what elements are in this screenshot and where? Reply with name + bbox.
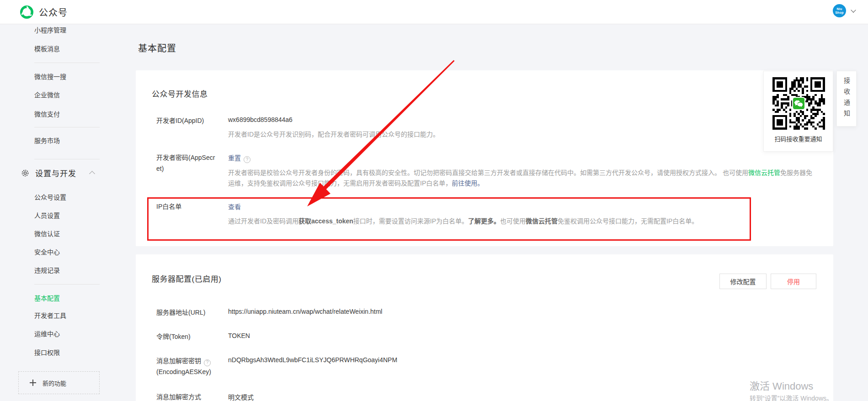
disable-button[interactable]: 停用 — [771, 274, 816, 289]
avatar-text-line2: Shop — [835, 11, 844, 15]
sidebar-item-staff-settings[interactable]: 人员设置 — [34, 211, 60, 220]
sidebar-item-account-settings[interactable]: 公众号设置 — [34, 193, 66, 202]
server-config-heading: 服务器配置(已启用) — [152, 273, 221, 284]
sidebar-divider — [34, 63, 100, 63]
app-body: 小程序管理 模板消息 微信搜一搜 企业微信 微信支付 服务市场 设置与开发 公众… — [0, 24, 868, 401]
receive-notify-label: 接收通知 — [842, 77, 851, 126]
aes-key-label-line2: (EncodingAESKey) — [156, 368, 211, 375]
account-menu[interactable]: Niu Shop — [833, 4, 855, 17]
sidebar-divider — [34, 127, 100, 127]
server-config-card: 服务器配置(已启用) 修改配置 停用 服务器地址(URL) https://un… — [136, 254, 833, 401]
aes-key-value: nDQRbgsAh3WtedL9wbFC1iLSYJQ6PRWHRqGoayi4… — [228, 356, 397, 364]
go-use-link[interactable]: 前往使用。 — [452, 179, 484, 187]
sidebar-item-service-market[interactable]: 服务市场 — [34, 136, 60, 145]
learn-more-link[interactable]: 了解更多。 — [468, 217, 500, 225]
sidebar-section-settings-dev[interactable]: 设置与开发 — [21, 167, 94, 179]
sidebar-item-wechat-verify[interactable]: 微信认证 — [34, 229, 60, 238]
encrypt-mode-value: 明文模式 — [228, 392, 254, 401]
appid-value: wx6899bcd8598844a6 — [228, 116, 293, 123]
appsecret-desc-line2: 运维，支持免鉴权调用公众号接口能力，无需启用开发者密码及配置IP白名单，前往使用… — [228, 178, 484, 187]
token-value: TOKEN — [228, 332, 250, 339]
qr-notify-panel: 扫码接收重要通知 — [763, 71, 833, 152]
receive-notify-tab[interactable]: 接收通知 — [836, 71, 857, 127]
server-url-value: https://uniapp.niuteam.cn/wap/wchat/rela… — [228, 308, 382, 315]
top-bar: 公众号 Niu Shop — [0, 0, 868, 24]
sidebar-item-template-msg[interactable]: 模板消息 — [34, 44, 60, 53]
qr-caption: 扫码接收重要通知 — [764, 134, 833, 143]
cloud-hosting-link2[interactable]: 微信云托管 — [526, 217, 558, 225]
appsecret-desc-text2: 免服务器免 — [780, 169, 812, 176]
server-url-label: 服务器地址(URL) — [156, 307, 225, 318]
wechat-bubble-icon — [792, 97, 805, 110]
brand[interactable]: 公众号 — [20, 5, 68, 19]
dev-info-card: 公众号开发信息 开发者ID(AppID) wx6899bcd8598844a6 … — [136, 70, 833, 246]
sidebar-item-miniprogram[interactable]: 小程序管理 — [34, 26, 66, 35]
chevron-up-icon — [89, 171, 95, 177]
modify-config-button[interactable]: 修改配置 — [719, 274, 767, 289]
new-feature-label: 新的功能 — [43, 379, 66, 387]
avatar-text-line1: Niu — [836, 7, 842, 11]
new-feature-button[interactable]: 新的功能 — [18, 371, 100, 394]
appsecret-desc-line1: 开发者密码是校验公众号开发者身份的密码，具有极高的安全性。切记勿把密码直接交给第… — [228, 168, 812, 177]
question-circle-icon[interactable]: ? — [204, 359, 211, 366]
sidebar-item-violation-record[interactable]: 违规记录 — [34, 266, 60, 275]
sidebar-item-api-permission[interactable]: 接口权限 — [34, 348, 60, 357]
appsecret-desc-text1: 开发者密码是校验公众号开发者身份的密码，具有极高的安全性。切记勿把密码直接交给第… — [228, 169, 748, 176]
dev-info-heading: 公众号开发信息 — [152, 88, 208, 99]
brand-name: 公众号 — [39, 5, 68, 19]
appid-label: 开发者ID(AppID) — [156, 115, 225, 126]
sidebar-divider — [34, 284, 100, 285]
qr-code — [772, 77, 825, 130]
ip-desc-text3: 也可使用 — [500, 217, 526, 225]
chevron-down-icon[interactable] — [851, 7, 856, 12]
sidebar-item-security-center[interactable]: 安全中心 — [34, 248, 60, 257]
page-title: 基本配置 — [138, 41, 176, 54]
appid-desc: 开发者ID是公众号开发识别码，配合开发者密码可调用公众号的接口能力。 — [228, 129, 439, 138]
ip-whitelist-label: IP白名单 — [156, 201, 181, 212]
appsecret-reset-link[interactable]: 重置 — [228, 154, 241, 162]
cloud-hosting-link[interactable]: 微信云托管 — [748, 169, 780, 176]
wechat-official-account-logo-icon — [20, 5, 33, 19]
question-circle-icon[interactable]: ? — [244, 156, 250, 163]
appsecret-desc-text3: 运维，支持免鉴权调用公众号接口能力，无需启用开发者密码及配置IP白名单， — [228, 179, 452, 187]
encrypt-mode-label: 消息加解密方式 — [156, 391, 225, 401]
gear-icon — [21, 169, 30, 178]
ip-whitelist-view-link[interactable]: 查看 — [228, 203, 241, 211]
ip-whitelist-desc: 通过开发者ID及密码调用获取access_token接口时，需要设置访问来源IP… — [228, 216, 698, 225]
ip-desc-text4: 免鉴权调用公众号接口能力，无需配置IP白名单。 — [558, 217, 698, 225]
ip-desc-text2: 接口时，需要设置访问来源IP为白名单。 — [353, 217, 468, 225]
plus-icon — [30, 380, 36, 386]
token-label: 令牌(Token) — [156, 331, 225, 342]
sidebar-divider — [34, 159, 100, 159]
sidebar-item-wechat-pay[interactable]: 微信支付 — [34, 110, 60, 119]
aes-key-label: 消息加解密密钥? (EncodingAESKey) — [156, 355, 229, 377]
avatar[interactable]: Niu Shop — [833, 4, 846, 17]
ip-desc-text1: 通过开发者ID及密码调用 — [228, 217, 298, 225]
sidebar-section-label: 设置与开发 — [35, 167, 76, 179]
sidebar-item-wecom[interactable]: 企业微信 — [34, 90, 60, 100]
aes-key-label-line1: 消息加解密密钥 — [156, 357, 201, 364]
appsecret-label: 开发者密码(AppSecret) — [156, 152, 217, 174]
sidebar-item-basic-config[interactable]: 基本配置 — [34, 294, 60, 303]
sidebar-item-dev-tools[interactable]: 开发者工具 — [34, 311, 66, 320]
sidebar-item-ops-center[interactable]: 运维中心 — [34, 329, 60, 338]
sidebar-item-wechat-search[interactable]: 微信搜一搜 — [34, 72, 66, 81]
get-access-token-link[interactable]: 获取access_token — [298, 217, 353, 225]
